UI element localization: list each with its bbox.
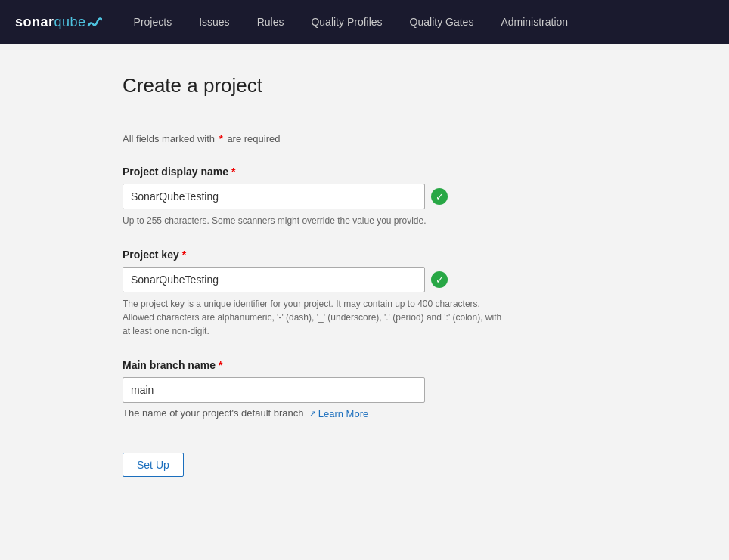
logo[interactable]: sonarqube bbox=[15, 14, 102, 30]
branch-name-label: Main branch name* bbox=[123, 359, 637, 371]
branch-name-required: * bbox=[219, 359, 222, 371]
project-key-hint: The project key is a unique identifier f… bbox=[123, 297, 508, 338]
display-name-input-row: ✓ bbox=[123, 184, 637, 209]
navigation: sonarqube Projects Issues Rules Quality … bbox=[0, 0, 729, 44]
project-key-label: Project key* bbox=[123, 249, 637, 261]
display-name-label: Project display name* bbox=[123, 166, 637, 178]
display-name-required: * bbox=[231, 166, 235, 178]
branch-name-input[interactable] bbox=[123, 377, 425, 403]
nav-link-quality-gates[interactable]: Quality Gates bbox=[396, 0, 488, 44]
main-content: Create a project All fields marked with … bbox=[77, 44, 652, 507]
learn-more-link[interactable]: ↗ Learn More bbox=[309, 408, 368, 419]
setup-button[interactable]: Set Up bbox=[123, 453, 184, 477]
project-key-input[interactable] bbox=[123, 267, 425, 292]
required-note-prefix: All fields marked with bbox=[123, 133, 218, 144]
required-note-suffix: are required bbox=[225, 133, 281, 144]
nav-link-quality-profiles[interactable]: Quality Profiles bbox=[297, 0, 396, 44]
branch-name-input-row bbox=[123, 377, 637, 403]
nav-item-rules[interactable]: Rules bbox=[244, 0, 298, 44]
nav-item-quality-gates[interactable]: Quality Gates bbox=[396, 0, 488, 44]
branch-hint-text: The name of your project's default branc… bbox=[123, 407, 304, 419]
nav-item-administration[interactable]: Administration bbox=[487, 0, 582, 44]
required-note: All fields marked with * are required bbox=[123, 133, 637, 144]
display-name-valid-icon: ✓ bbox=[431, 188, 448, 205]
learn-more-text: Learn More bbox=[318, 408, 368, 419]
project-key-group: Project key* ✓ The project key is a uniq… bbox=[123, 249, 637, 338]
divider bbox=[123, 110, 637, 110]
display-name-input[interactable] bbox=[123, 184, 425, 209]
nav-link-administration[interactable]: Administration bbox=[487, 0, 582, 44]
project-key-required: * bbox=[182, 249, 186, 261]
project-key-valid-icon: ✓ bbox=[431, 271, 448, 288]
project-key-label-text: Project key bbox=[123, 249, 179, 261]
nav-menu: Projects Issues Rules Quality Profiles Q… bbox=[120, 0, 582, 44]
page-title: Create a project bbox=[123, 74, 637, 97]
branch-name-hint: The name of your project's default branc… bbox=[123, 407, 637, 419]
required-asterisk: * bbox=[219, 133, 223, 144]
display-name-hint: Up to 255 characters. Some scanners migh… bbox=[123, 214, 508, 227]
logo-qube: qube bbox=[54, 14, 86, 29]
nav-item-issues[interactable]: Issues bbox=[185, 0, 243, 44]
display-name-label-text: Project display name bbox=[123, 166, 228, 178]
nav-item-projects[interactable]: Projects bbox=[120, 0, 186, 44]
logo-sonar: sonar bbox=[15, 14, 54, 29]
logo-wave-icon bbox=[87, 15, 102, 29]
nav-link-issues[interactable]: Issues bbox=[185, 0, 243, 44]
branch-name-group: Main branch name* The name of your proje… bbox=[123, 359, 637, 419]
nav-link-rules[interactable]: Rules bbox=[244, 0, 298, 44]
nav-item-quality-profiles[interactable]: Quality Profiles bbox=[297, 0, 396, 44]
branch-name-label-text: Main branch name bbox=[123, 359, 216, 371]
external-link-icon: ↗ bbox=[309, 409, 316, 419]
display-name-group: Project display name* ✓ Up to 255 charac… bbox=[123, 166, 637, 227]
nav-link-projects[interactable]: Projects bbox=[120, 0, 186, 44]
project-key-input-row: ✓ bbox=[123, 267, 637, 292]
